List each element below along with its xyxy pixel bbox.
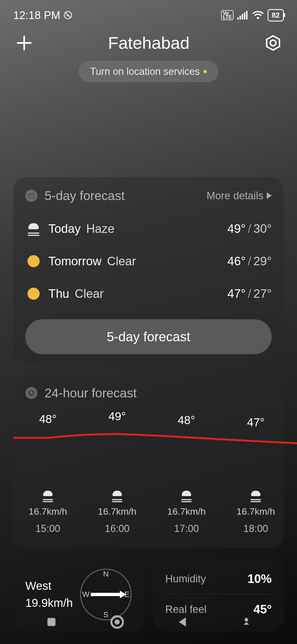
svg-point-16 <box>244 618 248 621</box>
hourly-slot[interactable]: 16.7km/h 17:00 <box>152 490 221 534</box>
forecast-day: Thu <box>48 287 69 301</box>
hourly-slot[interactable]: 16.7km/h 18:00 <box>221 490 290 534</box>
svg-marker-15 <box>179 618 186 627</box>
hourly-time: 15:00 <box>13 523 82 534</box>
svg-point-14 <box>114 620 120 625</box>
hourly-wind: 16.7km/h <box>13 506 82 517</box>
battery-icon: 82 <box>268 9 284 21</box>
forecast-low: 30° <box>253 222 272 235</box>
system-nav-bar <box>0 605 297 644</box>
five-day-forecast-card: 5-day forecast More details Today Haze 4… <box>13 177 284 365</box>
forecast-condition: Clear <box>107 254 136 268</box>
forecast-row-thu[interactable]: Thu Clear 47°/27° <box>25 278 272 309</box>
forecast-low: 27° <box>253 287 272 300</box>
location-services-banner[interactable]: Turn on location services <box>79 61 219 82</box>
alert-dot-icon <box>204 70 207 73</box>
app-header: Fatehabad <box>0 25 297 55</box>
calendar-icon <box>25 190 37 202</box>
wind-direction: West <box>25 579 73 593</box>
hourly-forecast-card: 24-hour forecast 48° 49° 48° 47° 16.7km/… <box>13 375 284 548</box>
haze-icon <box>180 491 193 501</box>
hourly-time: 17:00 <box>152 523 221 534</box>
more-details-link[interactable]: More details <box>207 190 272 202</box>
compass-n: N <box>103 570 109 578</box>
dnd-icon <box>64 11 72 20</box>
clock-icon <box>25 387 37 399</box>
haze-icon <box>250 491 262 501</box>
svg-rect-4 <box>244 12 245 20</box>
hourly-temperature-chart[interactable]: 48° 49° 48° 47° <box>13 410 284 446</box>
hourly-temp: 48° <box>13 413 82 426</box>
card-title: 24-hour forecast <box>45 386 137 400</box>
more-details-label: More details <box>207 190 263 202</box>
status-time: 12:18 PM <box>13 9 60 21</box>
forecast-day: Tomorrow <box>48 254 101 268</box>
hourly-slot[interactable]: 16.7km/h 16:00 <box>82 490 152 534</box>
hourly-wind: 16.7km/h <box>221 506 290 517</box>
svg-rect-5 <box>246 11 248 20</box>
status-bar: 12:18 PM VoLTE 82 <box>0 0 297 25</box>
forecast-row-today[interactable]: Today Haze 49°/30° <box>25 213 272 244</box>
volte-icon: VoLTE <box>221 10 233 20</box>
svg-rect-1 <box>237 17 239 20</box>
forecast-day: Today <box>48 222 81 236</box>
svg-marker-6 <box>267 36 280 50</box>
forecast-condition: Haze <box>86 222 114 236</box>
card-title: 5-day forecast <box>45 188 125 203</box>
hourly-wind: 16.7km/h <box>82 506 152 517</box>
nav-home-button[interactable] <box>109 614 125 630</box>
svg-rect-12 <box>47 618 55 626</box>
location-title: Fatehabad <box>108 33 189 53</box>
forecast-condition: Clear <box>75 287 104 301</box>
svg-marker-10 <box>267 192 272 199</box>
hourly-time: 16:00 <box>82 523 152 534</box>
sun-icon <box>28 288 40 300</box>
nav-assistant-button[interactable] <box>241 616 252 627</box>
hourly-temp: 47° <box>221 416 290 429</box>
five-day-forecast-button[interactable]: 5-day forecast <box>25 319 272 354</box>
nav-recent-button[interactable] <box>45 616 57 628</box>
banner-text: Turn on location services <box>90 66 200 77</box>
humidity-label: Humidity <box>165 573 206 585</box>
haze-icon <box>27 223 40 234</box>
nav-back-button[interactable] <box>177 616 189 628</box>
compass-arrow-icon <box>91 593 121 596</box>
forecast-high: 47° <box>227 287 246 300</box>
forecast-row-tomorrow[interactable]: Tomorrow Clear 46°/29° <box>25 245 272 277</box>
settings-button[interactable] <box>265 34 282 51</box>
hourly-wind: 16.7km/h <box>152 506 221 517</box>
hourly-temp: 48° <box>152 414 221 427</box>
svg-rect-3 <box>242 14 243 20</box>
forecast-low: 29° <box>253 254 272 268</box>
temp-line-icon <box>13 430 297 446</box>
compass-w: W <box>82 590 89 599</box>
svg-rect-8 <box>29 194 34 198</box>
forecast-high: 46° <box>227 254 246 268</box>
humidity-value: 10% <box>248 572 272 586</box>
haze-icon <box>42 491 54 501</box>
sun-icon <box>28 255 40 267</box>
add-location-button[interactable] <box>15 34 33 52</box>
hourly-slot[interactable]: 16.7km/h 15:00 <box>13 490 82 534</box>
hourly-temp: 49° <box>82 410 152 423</box>
haze-icon <box>111 491 123 501</box>
signal-icon <box>237 11 248 20</box>
chevron-right-icon <box>267 192 272 199</box>
svg-rect-2 <box>240 16 241 20</box>
hourly-time: 18:00 <box>221 523 290 534</box>
wifi-icon <box>252 11 264 20</box>
svg-point-7 <box>270 40 276 46</box>
forecast-high: 49° <box>227 222 246 235</box>
